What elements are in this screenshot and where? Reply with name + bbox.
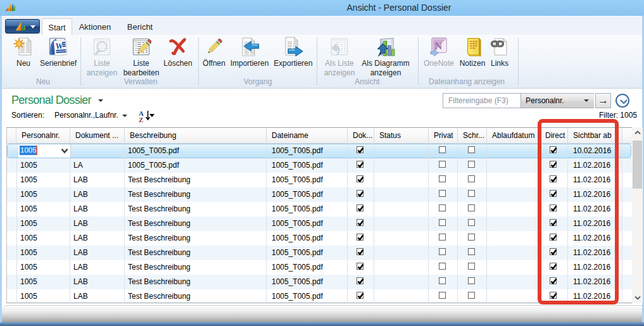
svg-text:Z: Z — [139, 116, 143, 123]
svg-text:N: N — [434, 40, 443, 52]
